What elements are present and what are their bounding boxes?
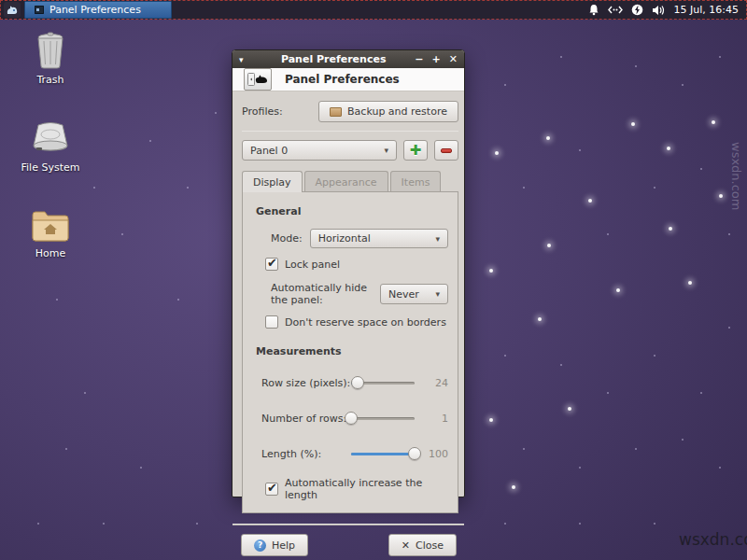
autohide-label: Automatically hide the panel:: [271, 282, 373, 306]
remove-panel-button[interactable]: [434, 140, 458, 161]
star: [196, 523, 198, 525]
reserve-space-checkbox[interactable]: [265, 315, 278, 329]
tab-bar: Display Appearance Items: [242, 171, 458, 192]
star: [84, 392, 86, 394]
number-of-rows-slider[interactable]: [351, 412, 415, 425]
star: [719, 56, 721, 58]
bell-icon[interactable]: [588, 4, 599, 16]
star: [56, 299, 58, 301]
applications-menu-button[interactable]: [4, 2, 21, 18]
star: [523, 187, 525, 189]
desktop-icon-home[interactable]: Home: [15, 207, 86, 259]
panel-preferences-dialog: ▾ Panel Preferences − + ✕ Panel Preferen…: [232, 49, 465, 497]
autohide-dropdown[interactable]: Never ▾: [380, 284, 448, 304]
star: [568, 407, 571, 411]
trash-icon: [34, 32, 67, 69]
tab-appearance[interactable]: Appearance: [304, 171, 388, 192]
maximize-icon[interactable]: +: [432, 50, 441, 68]
help-button[interactable]: ? Help: [241, 534, 308, 556]
row-size-value: 24: [424, 377, 448, 389]
help-icon: ?: [254, 539, 266, 552]
row-size-label: Row size (pixels):: [261, 377, 351, 389]
star: [616, 288, 620, 292]
number-of-rows-label: Number of rows:: [261, 413, 351, 425]
dialog-header-title: Panel Preferences: [285, 73, 400, 86]
network-icon[interactable]: [608, 5, 623, 15]
slider-handle[interactable]: [351, 376, 364, 389]
mode-dropdown[interactable]: Horizontal ▾: [310, 229, 448, 248]
tab-items[interactable]: Items: [390, 171, 442, 192]
length-label: Length (%):: [261, 448, 351, 460]
star: [560, 364, 562, 366]
separator: [242, 131, 458, 132]
panel-selector-value: Panel 0: [250, 145, 288, 157]
increase-length-checkbox[interactable]: [265, 483, 278, 496]
desktop-icon-trash[interactable]: Trash: [15, 32, 86, 86]
backup-and-restore-button[interactable]: Backup and restore: [318, 101, 458, 122]
dialog-titlebar[interactable]: ▾ Panel Preferences − + ✕: [233, 50, 464, 68]
power-icon[interactable]: [631, 4, 643, 16]
reserve-space-label: Don't reserve space on borders: [285, 316, 446, 329]
window-menu-icon[interactable]: ▾: [239, 55, 252, 64]
desktop-icon-file-system[interactable]: File System: [15, 119, 86, 174]
star: [669, 227, 672, 231]
volume-icon[interactable]: [652, 5, 666, 16]
row-size-slider[interactable]: [351, 376, 415, 389]
mode-label: Mode:: [271, 232, 303, 245]
top-panel: Panel Preferences 15 Jul, 16:45: [0, 0, 747, 20]
close-button[interactable]: ✕ Close: [388, 534, 457, 556]
lock-panel-label: Lock panel: [285, 259, 340, 271]
slider-handle[interactable]: [408, 447, 421, 460]
number-of-rows-value: 1: [424, 413, 448, 425]
minimize-icon[interactable]: −: [415, 50, 423, 68]
star: [512, 485, 515, 489]
star: [504, 355, 506, 357]
xfce-logo-icon: [7, 6, 18, 15]
star: [504, 523, 506, 525]
dialog-title: Panel Preferences: [252, 53, 415, 65]
close-button-label: Close: [416, 539, 444, 552]
star: [607, 392, 609, 394]
star: [631, 122, 635, 126]
star: [495, 151, 499, 155]
display-tab-content: General Mode: Horizontal ▾ Lock panel Au…: [242, 191, 458, 513]
star: [607, 233, 609, 235]
star: [700, 392, 702, 394]
star: [682, 84, 684, 86]
autohide-value: Never: [388, 288, 419, 301]
slider-handle[interactable]: [345, 412, 358, 425]
star: [635, 448, 637, 450]
home-folder-icon: [30, 207, 71, 243]
watermark-bottom: wsxdn.com: [679, 530, 747, 549]
star: [635, 65, 637, 67]
star: [121, 233, 123, 235]
help-button-label: Help: [272, 539, 295, 552]
star: [579, 523, 581, 525]
add-panel-button[interactable]: ✚: [403, 140, 428, 161]
panel-preferences-app-icon: [244, 68, 272, 91]
close-icon[interactable]: ✕: [449, 50, 458, 68]
star: [588, 199, 592, 203]
hard-drive-icon: [31, 119, 70, 157]
panel-selector-dropdown[interactable]: Panel 0 ▾: [242, 140, 397, 161]
tab-display[interactable]: Display: [242, 171, 303, 192]
dialog-action-bar: ? Help ✕ Close: [233, 525, 464, 560]
star: [65, 448, 67, 450]
star: [719, 194, 723, 198]
star: [654, 355, 655, 357]
star: [700, 168, 702, 170]
length-slider[interactable]: [351, 447, 415, 460]
star: [654, 523, 655, 525]
star: [728, 233, 730, 235]
star: [667, 147, 670, 150]
lock-panel-checkbox[interactable]: [265, 258, 278, 271]
taskbar-window-button[interactable]: Panel Preferences: [24, 1, 172, 19]
star: [140, 467, 142, 469]
star: [560, 56, 562, 58]
star: [546, 136, 550, 140]
plus-icon: ✚: [410, 142, 422, 159]
minus-icon: [441, 148, 452, 153]
star: [688, 281, 692, 285]
clock[interactable]: 15 Jul, 16:45: [674, 4, 739, 16]
desktop-icon-label: Home: [35, 247, 65, 259]
